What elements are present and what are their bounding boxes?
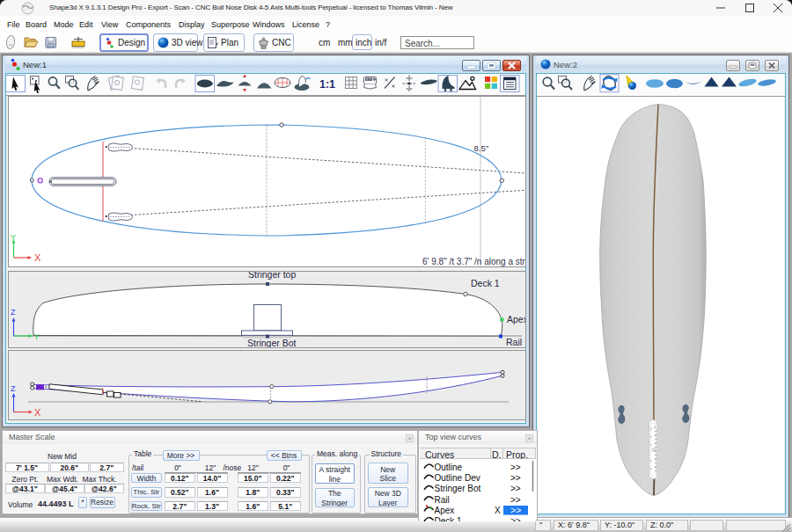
svg-text:Z: Z [11, 383, 16, 392]
svg-text:Z: Z [11, 308, 16, 317]
svg-text:Rail: Rail [506, 337, 522, 347]
svg-text:Rail: Rail [435, 494, 450, 504]
svg-text:>>: >> [510, 484, 521, 493]
svg-text:>>: >> [510, 473, 521, 483]
svg-text:Apex: Apex [507, 314, 525, 324]
svg-text:8.5": 8.5" [473, 143, 488, 153]
svg-text:X: X [34, 252, 41, 263]
svg-text:Outline Dev: Outline Dev [435, 473, 480, 483]
svg-text:Outline: Outline [435, 463, 463, 472]
svg-text:Stringer top: Stringer top [248, 272, 296, 280]
svg-text:Y: Y [11, 233, 16, 242]
svg-text:>>: >> [510, 504, 521, 514]
svg-text:Deck 1: Deck 1 [435, 516, 463, 521]
svg-text:>>: >> [510, 494, 521, 504]
svg-text:X: X [495, 505, 501, 514]
svg-text:6' 9.8" /t 3.7" /n along a str: 6' 9.8" /t 3.7" /n along a stra [422, 257, 525, 266]
svg-text:Apex: Apex [435, 505, 455, 514]
svg-text:>>: >> [510, 463, 521, 472]
svg-text:Stringer Bot: Stringer Bot [435, 484, 481, 493]
svg-text:Y: Y [33, 332, 39, 341]
svg-text:1:1: 1:1 [319, 78, 335, 91]
svg-text:Deck 1: Deck 1 [471, 278, 500, 288]
svg-text:>>: >> [510, 516, 521, 521]
svg-text:X: X [34, 406, 41, 417]
svg-text:Stringer Bot: Stringer Bot [247, 338, 297, 347]
